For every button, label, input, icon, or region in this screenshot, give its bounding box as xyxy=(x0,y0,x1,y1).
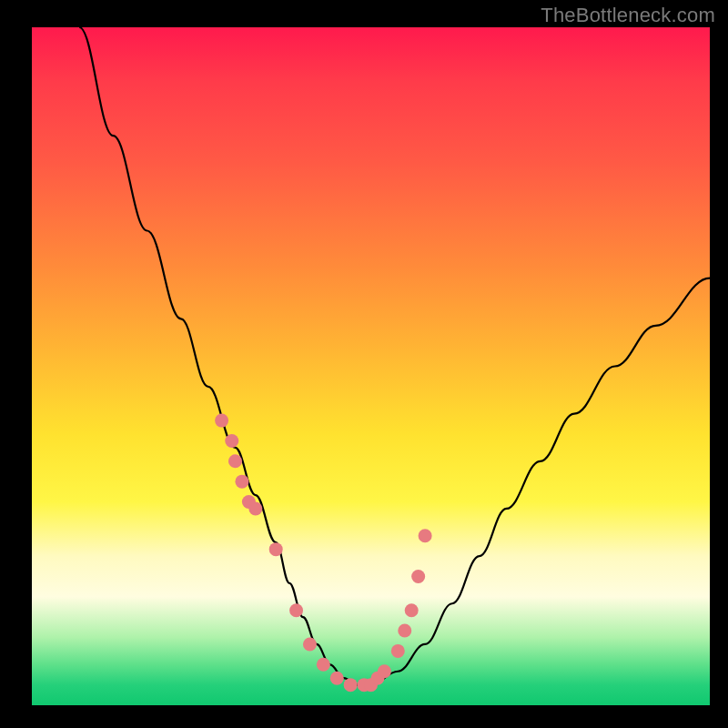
marker-dot xyxy=(248,501,262,515)
marker-dot xyxy=(378,664,391,678)
chart-plot-area xyxy=(32,27,710,705)
marker-dot xyxy=(405,603,419,617)
marker-group xyxy=(215,414,432,693)
bottleneck-curve xyxy=(79,27,710,685)
marker-dot xyxy=(225,434,238,448)
watermark-text: TheBottleneck.com xyxy=(541,4,715,27)
marker-dot xyxy=(269,542,283,556)
marker-dot xyxy=(289,603,303,617)
marker-dot xyxy=(398,624,411,638)
marker-dot xyxy=(330,672,344,685)
marker-dot xyxy=(344,678,358,692)
marker-dot xyxy=(215,414,228,428)
marker-dot xyxy=(317,658,330,672)
marker-dot xyxy=(419,529,432,542)
marker-dot xyxy=(235,475,248,489)
marker-dot xyxy=(391,644,405,658)
marker-dot xyxy=(411,570,425,583)
marker-dot xyxy=(303,637,317,651)
chart-svg xyxy=(32,27,710,705)
chart-frame: TheBottleneck.com xyxy=(0,0,728,728)
marker-dot xyxy=(228,454,242,468)
